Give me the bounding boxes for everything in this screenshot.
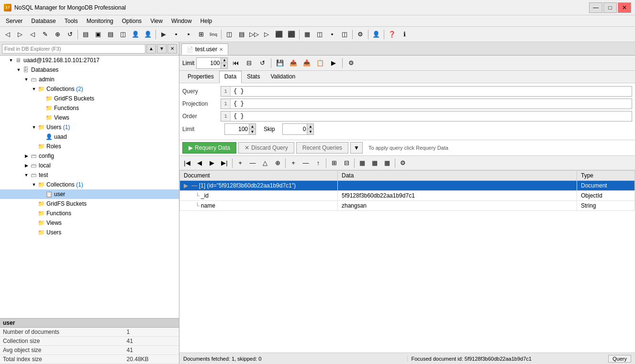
tab-properties[interactable]: Properties: [182, 71, 219, 83]
menu-server[interactable]: Server: [2, 17, 26, 25]
skip-field-down[interactable]: ▼: [307, 129, 313, 134]
order-editor[interactable]: 1 { }: [221, 111, 632, 121]
toolbar-btn-22[interactable]: ◫: [314, 29, 325, 40]
toolbar-btn-13[interactable]: ▪: [183, 29, 194, 40]
limit-field-down[interactable]: ▼: [249, 129, 256, 134]
tree-node-test-functions[interactable]: 📁 Functions: [0, 209, 179, 218]
limit-spin-down[interactable]: ▼: [221, 63, 227, 68]
tree-node-test-users[interactable]: 📁 Users: [0, 228, 179, 237]
tree-node-config[interactable]: ▶ 🗃 config: [0, 151, 179, 161]
toolbar-btn-9[interactable]: ◫: [117, 29, 129, 40]
last-record-btn[interactable]: ▶|: [219, 157, 230, 169]
tree-node-admin[interactable]: ▼ 🗃 admin: [0, 75, 179, 84]
toolbar-btn-refresh[interactable]: ↺: [64, 29, 76, 40]
next-btn[interactable]: ▶: [328, 57, 339, 69]
find-input[interactable]: [2, 44, 145, 54]
tree-node-local[interactable]: ▶ 🗃 local: [0, 161, 179, 170]
collapse-icon[interactable]: —: [191, 182, 197, 189]
skip-field-up[interactable]: ▲: [307, 124, 313, 129]
next-record-btn[interactable]: ▶: [206, 157, 218, 169]
maximize-button[interactable]: □: [603, 2, 617, 13]
menu-monitoring[interactable]: Monitoring: [83, 17, 117, 25]
toolbar-btn-8[interactable]: ▤: [105, 29, 116, 40]
toolbar-btn-24[interactable]: ◫: [339, 29, 350, 40]
toolbar-btn-15[interactable]: ◫: [223, 29, 235, 40]
tree-node-admin-collections[interactable]: ▼ 📁 Collections (2): [0, 84, 179, 94]
recent-button[interactable]: Recent Queries: [296, 142, 348, 154]
tree-node-test-collections[interactable]: ▼ 📁 Collections (1): [0, 180, 179, 189]
minimize-button[interactable]: —: [589, 2, 602, 13]
dup-record-btn[interactable]: ⊕: [272, 157, 283, 169]
toolbar-btn-19[interactable]: ⬛: [273, 29, 285, 40]
toolbar-btn-4[interactable]: ✎: [39, 29, 51, 40]
tree-node-uaad[interactable]: 👤 uaad: [0, 132, 179, 142]
close-button[interactable]: ✕: [618, 2, 631, 13]
save-btn[interactable]: 💾: [274, 57, 286, 69]
toolbar-btn-7[interactable]: ▣: [92, 29, 104, 40]
tree-node-test[interactable]: ▼ 🗃 test: [0, 170, 179, 180]
tab-test-user[interactable]: 📄 test.user ✕: [181, 44, 228, 55]
tree-node-admin-functions[interactable]: 📁 Functions: [0, 103, 179, 113]
refresh-btn[interactable]: ↺: [256, 57, 268, 69]
table-row-name[interactable]: └ name zhangsan String: [180, 201, 635, 211]
toolbar-btn-play[interactable]: ▶: [158, 29, 169, 40]
toolbar-btn-6[interactable]: ▤: [80, 29, 91, 40]
prev-record-btn[interactable]: ◀: [194, 157, 205, 169]
view-btn2[interactable]: ▦: [369, 157, 380, 169]
query-editor[interactable]: 1 { }: [221, 86, 632, 97]
menu-view[interactable]: View: [146, 17, 167, 25]
add-field-btn[interactable]: +: [288, 157, 299, 169]
query-small-button[interactable]: Query: [608, 355, 631, 363]
find-close-button[interactable]: ✕: [167, 44, 177, 54]
tab-close-icon[interactable]: ✕: [219, 47, 223, 52]
toolbar-btn-10[interactable]: 👤: [130, 29, 141, 40]
tree-node-roles[interactable]: 📁 Roles: [0, 142, 179, 151]
collapse-btn[interactable]: ⊟: [341, 157, 352, 169]
tree-node-databases[interactable]: ▼ 🗄 Databases: [0, 65, 179, 75]
tree-node-admin-gridfs[interactable]: 📁 GridFS Buckets: [0, 94, 179, 103]
tab-data[interactable]: Data: [219, 71, 242, 83]
tab-stats[interactable]: Stats: [242, 71, 265, 83]
tree-node-admin-users[interactable]: ▼ 📁 Users (1): [0, 122, 179, 132]
del-record-btn[interactable]: —: [247, 157, 258, 169]
toolbar-btn-17[interactable]: ▷▷: [248, 29, 260, 40]
toolbar-btn-linq[interactable]: linq: [208, 29, 219, 40]
del-field-btn[interactable]: —: [300, 157, 312, 169]
tree-node-user[interactable]: 📋 user: [0, 189, 179, 199]
toolbar-btn-21[interactable]: ▦: [301, 29, 313, 40]
edit-record-btn[interactable]: △: [259, 157, 271, 169]
menu-window[interactable]: Window: [167, 17, 196, 25]
toolbar-btn-23[interactable]: ▪: [326, 29, 338, 40]
menu-help[interactable]: Help: [197, 17, 216, 25]
menu-database[interactable]: Database: [27, 17, 59, 25]
toolbar-btn-1[interactable]: ◁: [2, 29, 13, 40]
table-row-1[interactable]: ▶ — [1] (id="5f9128f3b60db22aa1b9d7c1") …: [180, 181, 635, 191]
find-up-button[interactable]: ▲: [146, 44, 156, 54]
tree-node-admin-views[interactable]: 📁 Views: [0, 113, 179, 122]
limit-input[interactable]: [197, 58, 221, 68]
toolbar-btn-14[interactable]: ⊞: [195, 29, 207, 40]
menu-tools[interactable]: Tools: [61, 17, 82, 25]
tree-node-test-gridfs[interactable]: 📁 GridFS Buckets: [0, 199, 179, 209]
tree-node-test-views[interactable]: 📁 Views: [0, 218, 179, 228]
import-btn[interactable]: 📥: [301, 57, 312, 69]
export-btn[interactable]: 📤: [288, 57, 299, 69]
table-row-id[interactable]: └ _id 5f9128f3b60db22aa1b9d7c1 ObjectId: [180, 191, 635, 201]
toolbar-btn-18[interactable]: ▷: [261, 29, 272, 40]
find-down-button[interactable]: ▼: [157, 44, 167, 54]
tab-validation[interactable]: Validation: [265, 71, 301, 83]
view-btn3[interactable]: ▦: [381, 157, 393, 169]
toolbar-btn-11[interactable]: 👤: [142, 29, 154, 40]
move-up-btn[interactable]: ↑: [312, 157, 324, 169]
tree-node-root[interactable]: ▼ 🖥 uaad@192.168.10.101:27017: [0, 55, 179, 65]
toolbar-btn-27[interactable]: ℹ: [399, 29, 410, 40]
projection-editor[interactable]: 1 { }: [221, 99, 632, 109]
toolbar-btn-3[interactable]: ◁: [27, 29, 38, 40]
toolbar-btn-20[interactable]: ⬛: [286, 29, 297, 40]
copy-btn[interactable]: 📋: [314, 57, 326, 69]
add-record-btn[interactable]: +: [234, 157, 246, 169]
discard-button[interactable]: ✕ Discard Query: [238, 142, 294, 154]
view-btn1[interactable]: ▦: [356, 157, 368, 169]
toolbar-btn-16[interactable]: ▤: [236, 29, 247, 40]
toolbar-btn-user[interactable]: 👤: [370, 29, 382, 40]
